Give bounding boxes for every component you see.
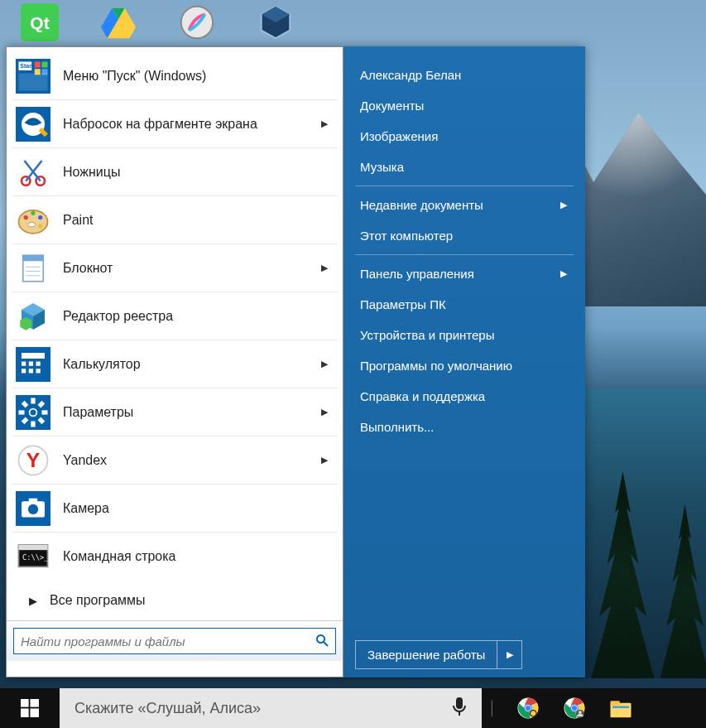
svg-point-5 (180, 7, 212, 38)
search-box[interactable] (13, 628, 336, 654)
shutdown-button[interactable]: Завершение работы (355, 640, 497, 669)
sm-item-calculator[interactable]: Калькулятор ▶ (12, 340, 338, 388)
submenu-arrow-icon: ▶ (321, 407, 328, 417)
taskbar-app-chrome-profile[interactable] (558, 692, 591, 725)
taskbar-separator: │ (482, 688, 503, 728)
microphone-icon[interactable] (452, 697, 467, 721)
svg-point-28 (28, 222, 36, 226)
submenu-arrow-icon: ▶ (321, 455, 328, 465)
svg-rect-63 (21, 708, 29, 717)
svg-text:Qt: Qt (30, 13, 49, 32)
svg-rect-43 (22, 369, 26, 373)
svg-rect-55 (29, 498, 38, 502)
svg-rect-61 (21, 699, 29, 707)
sm-item-label: Параметры (63, 405, 321, 420)
svg-point-76 (572, 706, 577, 711)
svg-point-54 (28, 504, 38, 513)
search-input[interactable] (21, 634, 315, 648)
right-pane-item[interactable]: Александр Белан (355, 60, 574, 90)
taskbar-app-chrome[interactable] (511, 692, 545, 725)
right-pane-item[interactable]: Выполнить... (355, 412, 574, 442)
right-pane-item[interactable]: Параметры ПК (355, 289, 574, 320)
all-programs-button[interactable]: ▶ Все программы (12, 581, 338, 620)
svg-point-24 (24, 215, 28, 219)
right-pane-separator (355, 254, 574, 255)
paint-icon (13, 200, 53, 240)
notepad-icon (13, 248, 53, 288)
sm-item-label: Paint (63, 213, 333, 228)
sm-item-yandex[interactable]: Y Yandex ▶ (12, 436, 338, 485)
sm-item-label: Командная строка (63, 549, 333, 564)
desktop-icon-krita[interactable] (174, 0, 219, 41)
start-button[interactable] (0, 688, 60, 728)
sm-item-cmd[interactable]: C:\\>_ Командная строка (12, 533, 338, 581)
right-pane-item-label: Выполнить... (360, 420, 435, 434)
alice-search-bar[interactable]: Скажите «Слушай, Алиса» (60, 688, 482, 728)
svg-rect-64 (30, 708, 39, 717)
svg-rect-30 (23, 255, 44, 261)
sm-item-snipping-tool[interactable]: Ножницы (12, 148, 338, 196)
shutdown-options-button[interactable]: ▶ (497, 640, 522, 669)
taskbar-app-explorer[interactable] (604, 692, 637, 725)
submenu-arrow-icon: ▶ (560, 268, 567, 279)
svg-rect-12 (42, 61, 48, 67)
svg-rect-62 (30, 699, 39, 707)
right-pane-item-label: Документы (360, 99, 424, 113)
svg-rect-65 (456, 697, 463, 709)
svg-text:Start: Start (20, 63, 34, 69)
scissors-icon (13, 152, 53, 192)
svg-rect-45 (36, 369, 41, 373)
sm-item-label: Редактор реестра (63, 309, 333, 324)
right-pane-item[interactable]: Панель управления▶ (355, 258, 574, 289)
sm-item-label: Калькулятор (63, 357, 321, 372)
right-pane-item-label: Программы по умолчанию (360, 359, 512, 373)
right-pane-item-label: Панель управления (360, 267, 474, 281)
svg-point-59 (317, 635, 324, 643)
sm-item-label: Набросок на фрагменте экрана (63, 117, 321, 132)
svg-rect-80 (611, 701, 620, 705)
svg-rect-79 (611, 703, 632, 718)
svg-rect-41 (29, 361, 33, 365)
svg-point-26 (38, 215, 42, 219)
sm-item-settings[interactable]: Параметры ▶ (12, 388, 338, 436)
svg-rect-44 (29, 369, 33, 373)
submenu-arrow-icon: ▶ (560, 200, 567, 210)
start-menu: Start Меню "Пуск" (Windows) Набросок на … (6, 46, 585, 677)
right-pane-item[interactable]: Недавние документы▶ (355, 190, 574, 220)
svg-line-21 (26, 161, 41, 181)
right-pane-item[interactable]: Этот компьютер (355, 220, 574, 251)
shutdown-label: Завершение работы (367, 648, 485, 662)
right-pane-item[interactable]: Изображения (355, 121, 574, 152)
start-menu-right-pane: Александр БеланДокументыИзображенияМузык… (343, 46, 585, 677)
right-pane-item-label: Недавние документы (360, 198, 483, 212)
right-pane-item-label: Справка и поддержка (360, 389, 485, 403)
sm-item-regedit[interactable]: Редактор реестра (12, 292, 338, 340)
sm-item-label: Yandex (63, 453, 321, 468)
desktop-icon-qt[interactable]: Qt (17, 0, 62, 41)
right-pane-item[interactable]: Справка и поддержка (355, 381, 574, 412)
desktop-icon-virtualbox[interactable] (252, 0, 298, 41)
sm-item-snip-sketch[interactable]: Набросок на фрагменте экрана ▶ (12, 100, 338, 148)
submenu-arrow-icon: ▶ (321, 263, 328, 273)
sm-item-windows-start-menu[interactable]: Start Меню "Пуск" (Windows) (12, 52, 338, 100)
snip-sketch-icon (13, 104, 53, 144)
svg-rect-11 (35, 61, 41, 67)
sm-item-camera[interactable]: Камера (12, 485, 338, 533)
start-menu-left-pane: Start Меню "Пуск" (Windows) Набросок на … (6, 46, 343, 677)
search-row (7, 620, 343, 661)
submenu-arrow-icon: ▶ (321, 359, 328, 369)
sm-item-paint[interactable]: Paint (12, 196, 338, 244)
right-pane-item[interactable]: Документы (355, 90, 574, 121)
svg-point-49 (31, 409, 36, 415)
settings-icon (13, 393, 53, 432)
desktop-icon-google-drive[interactable] (95, 0, 141, 41)
svg-rect-15 (19, 73, 48, 90)
sm-item-notepad[interactable]: Блокнот ▶ (12, 244, 338, 292)
right-pane-separator (355, 186, 574, 186)
svg-text:Y: Y (26, 448, 40, 470)
regedit-icon (13, 297, 53, 336)
right-pane-item[interactable]: Музыка (355, 152, 574, 182)
svg-rect-48 (31, 398, 35, 403)
right-pane-item[interactable]: Программы по умолчанию (355, 350, 574, 381)
right-pane-item[interactable]: Устройства и принтеры (355, 320, 574, 350)
